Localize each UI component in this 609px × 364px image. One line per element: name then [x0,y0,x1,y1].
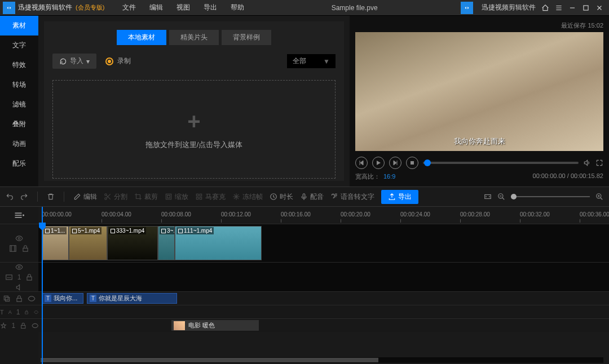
asset-tab-bg[interactable]: 背景样例 [222,30,271,45]
svg-rect-21 [27,277,32,280]
import-button[interactable]: 导入 ▾ [52,54,96,69]
lock-icon[interactable] [21,245,29,252]
subtitle-track[interactable] [38,262,609,291]
sidebar-tab-transition[interactable]: 转场 [0,75,38,95]
zoom-icon [165,193,173,201]
eye-icon[interactable] [15,263,23,271]
volume-icon[interactable] [15,283,23,291]
text-a-track[interactable] [38,305,609,318]
sidebar-tab-material[interactable]: 素材 [0,16,38,35]
svg-rect-13 [485,195,491,199]
eye-icon[interactable] [34,308,38,316]
svg-rect-6 [166,194,171,199]
eye-icon[interactable] [15,234,23,242]
close-icon[interactable] [595,4,603,12]
ruler-tick: 00:00:36.00 [580,211,609,217]
lock-icon[interactable] [25,273,33,281]
text-track[interactable]: T我向你...T你就是星辰大海 [38,291,609,305]
text-clip[interactable]: T你就是星辰大海 [87,293,177,304]
menu-view[interactable]: 视图 [170,3,197,12]
video-clip[interactable]: 1~1... [42,226,69,260]
sidebar-tab-effects[interactable]: 特效 [0,55,38,75]
zoom-slider[interactable] [511,196,590,197]
lock-icon[interactable] [20,322,27,330]
time-ruler[interactable]: 00:00:00.0000:00:04.0000:00:08.0000:00:1… [38,207,609,224]
stop-button[interactable] [406,157,418,169]
video-clip[interactable]: 3~... [158,226,175,260]
zoom-button[interactable]: 缩放 [165,192,188,202]
asset-filter-dropdown[interactable]: 全部 ▼ [287,54,336,68]
subtitle-track-head: 1 [0,262,38,291]
aspect-ratio: 宽高比：16:9 [355,172,395,181]
prev-frame-button[interactable] [355,157,368,169]
svg-point-16 [18,237,20,239]
filter-value: 全部 [293,56,306,66]
undo-button[interactable] [6,193,14,201]
video-clip[interactable]: 333~1.mp4 [107,226,158,260]
zoom-out-button[interactable] [497,193,505,201]
svg-rect-9 [196,197,198,199]
menu-help[interactable]: 帮助 [224,3,251,12]
mosaic-button[interactable]: 马赛克 [195,192,226,202]
text-clip[interactable]: T我向你... [42,293,83,304]
lock-icon[interactable] [15,295,23,303]
sidebar-tab-animation[interactable]: 动画 [0,134,38,154]
next-frame-button[interactable] [389,157,401,169]
record-button[interactable]: 录制 [105,56,131,66]
asset-tab-local[interactable]: 本地素材 [117,30,166,45]
zoom-in-button[interactable] [595,193,603,201]
filter-track[interactable]: 电影 暖色 [38,318,609,332]
minimize-icon[interactable] [568,4,576,12]
volume-icon[interactable] [583,159,591,167]
video-clip[interactable]: 5~1.mp4 [69,226,107,260]
maximize-icon[interactable] [582,4,590,12]
delete-button[interactable] [47,193,55,201]
horizontal-scrollbar[interactable] [41,357,603,363]
lock-icon[interactable] [24,308,29,316]
app-name: 迅捷视频剪辑软件 [18,3,72,12]
clip-label: 3~... [160,227,175,234]
export-button[interactable]: 导出 [381,190,418,204]
menu-edit[interactable]: 编辑 [143,3,170,12]
fullscreen-icon[interactable] [595,159,603,167]
playhead[interactable] [42,207,43,364]
redo-button[interactable] [20,193,28,201]
sidebar: 素材 文字 特效 转场 滤镜 叠附 动画 配乐 [0,16,38,187]
speech-to-text-button[interactable]: 语音转文字 [330,192,374,202]
sidebar-tab-music[interactable]: 配乐 [0,154,38,174]
svg-rect-18 [23,248,28,251]
text-clip-label: 我向你... [54,294,77,303]
ruler-tick: 00:00:04.00 [102,211,131,217]
freeze-button[interactable]: 冻结帧 [232,192,263,202]
crop-button[interactable]: 裁剪 [134,192,158,202]
sidebar-tab-filter[interactable]: 滤镜 [0,95,38,114]
sidebar-tab-text[interactable]: 文字 [0,35,38,55]
dropzone[interactable]: + 拖放文件到这里/点击导入媒体 [52,80,336,179]
preview-progress[interactable] [423,162,579,164]
add-track-button[interactable] [0,207,38,224]
home-icon[interactable] [541,4,549,12]
fit-button[interactable] [484,193,492,201]
menu-export[interactable]: 导出 [197,3,224,12]
video-track[interactable]: 1~1...5~1.mp4333~1.mp43~...111~1.mp4 [38,224,609,262]
video-preview[interactable]: 我向你奔赴而来 [355,32,603,151]
eye-icon[interactable] [28,295,36,303]
hamburger-icon[interactable] [555,4,563,12]
app-logo-icon-right [461,2,473,14]
crop-icon [134,193,142,201]
menu-file[interactable]: 文件 [116,3,143,12]
asset-tab-intro[interactable]: 精美片头 [169,30,219,45]
ruler-tick: 00:00:20.00 [341,211,370,217]
sidebar-tab-overlay[interactable]: 叠附 [0,114,38,134]
edit-button[interactable]: 编辑 [73,192,97,202]
dub-button[interactable]: 配音 [300,192,324,202]
duration-button[interactable]: 时长 [270,192,293,202]
timeline-toolbar: 编辑 分割 裁剪 缩放 马赛克 冻结帧 时长 配音 语音转文字 导出 [0,187,609,207]
split-button[interactable]: 分割 [104,192,127,202]
eye-icon[interactable] [32,322,38,330]
filter-thumb-icon [174,321,185,330]
ruler-tick: 00:00:00.00 [42,211,72,217]
play-button[interactable] [372,157,385,169]
filter-clip[interactable]: 电影 暖色 [171,320,259,331]
video-clip[interactable]: 111~1.mp4 [175,226,262,260]
